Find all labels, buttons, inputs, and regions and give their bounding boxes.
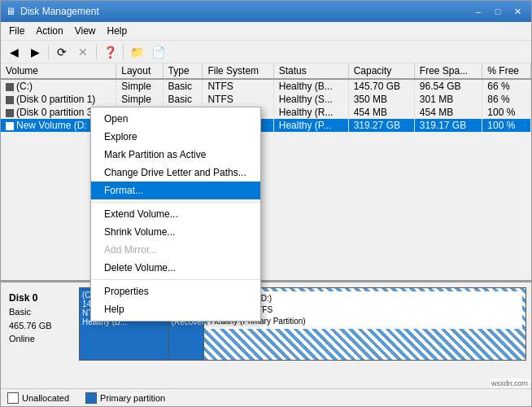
close-button[interactable]: ✕ (508, 4, 526, 19)
volume-icon (6, 96, 14, 104)
volume-table: Volume Layout Type File System Status Ca… (1, 63, 531, 132)
title-bar: 🖥 Disk Management – □ ✕ (1, 1, 531, 22)
table-cell: Simple (116, 79, 163, 93)
table-cell: 454 MB (414, 106, 482, 119)
legend-primary: Primary partition (85, 392, 165, 404)
table-row[interactable]: New Volume (D:SimpleBasicNTFSHealthy (P.… (1, 119, 531, 132)
table-cell: 301 MB (414, 93, 482, 106)
back-button[interactable]: ◀ (4, 43, 24, 61)
disk-size: 465.76 GB (9, 319, 76, 333)
help-toolbar-button[interactable]: ❓ (100, 43, 120, 61)
doc-button[interactable]: 📄 (148, 43, 168, 61)
title-bar-left: 🖥 Disk Management (6, 6, 99, 17)
table-cell: NTFS (203, 93, 273, 106)
forward-button[interactable]: ▶ (25, 43, 45, 61)
legend-unallocated-label: Unallocated (22, 393, 69, 403)
folder-button[interactable]: 📁 (127, 43, 146, 61)
disk-name: Disk 0 (9, 291, 76, 305)
col-volume: Volume (1, 63, 116, 79)
content-area: Volume Layout Type File System Status Ca… (1, 63, 531, 388)
table-cell: Healthy (S... (273, 93, 348, 106)
table-cell: (C:) (1, 79, 116, 93)
table-cell: Basic (163, 93, 203, 106)
table-cell: 86 % (482, 93, 531, 106)
main-window: 🖥 Disk Management – □ ✕ File Action View… (0, 0, 532, 407)
minimize-button[interactable]: – (469, 4, 487, 19)
context-menu-separator (91, 202, 260, 203)
disk-info: Disk 0 Basic 465.76 GB Online (6, 287, 79, 383)
table-row[interactable]: (Disk 0 partition 3)SimpleBasicHealthy (… (1, 106, 531, 119)
table-cell: Healthy (B... (273, 79, 348, 93)
context-menu-item[interactable]: Open (91, 110, 260, 128)
table-cell: 66 % (482, 79, 531, 93)
context-menu-item[interactable]: Explore (91, 128, 260, 146)
volume-icon (6, 122, 14, 130)
title-controls: – □ ✕ (469, 4, 526, 19)
lower-pane: Disk 0 Basic 465.76 GB Online (C:) 145.7… (1, 282, 531, 388)
context-menu-item[interactable]: Change Drive Letter and Paths... (91, 164, 260, 182)
watermark: wsxdn.com (490, 379, 530, 388)
menu-file[interactable]: File (4, 24, 29, 38)
context-menu-item[interactable]: Shrink Volume... (91, 223, 260, 241)
table-cell: Healthy (P... (273, 119, 348, 132)
context-menu-item[interactable]: Properties (91, 282, 260, 300)
maximize-button[interactable]: □ (489, 4, 507, 19)
col-status: Status (273, 63, 348, 79)
disk-type: Basic (9, 305, 76, 319)
col-capacity: Capacity (348, 63, 414, 79)
table-cell: 100 % (482, 106, 531, 119)
table-cell: (Disk 0 partition 1) (1, 93, 116, 106)
app-icon: 🖥 (6, 6, 15, 17)
menu-help[interactable]: Help (102, 24, 133, 38)
context-menu-item[interactable]: Delete Volume... (91, 259, 260, 277)
context-menu: OpenExploreMark Partition as ActiveChang… (90, 107, 261, 322)
table-row[interactable]: (C:)SimpleBasicNTFSHealthy (B...145.70 G… (1, 79, 531, 93)
menu-bar: File Action View Help (1, 22, 531, 41)
context-menu-separator (91, 279, 260, 280)
toolbar-separator-2 (96, 45, 97, 59)
toolbar: ◀ ▶ ⟳ ✕ ❓ 📁 📄 (1, 41, 531, 63)
volume-icon (6, 109, 14, 117)
legend-unallocated-box (7, 392, 19, 404)
table-cell: Healthy (R... (273, 106, 348, 119)
table-cell: 350 MB (348, 93, 414, 106)
legend-primary-box (85, 392, 97, 404)
legend-primary-label: Primary partition (100, 393, 165, 403)
window-title: Disk Management (20, 6, 99, 17)
table-cell: Simple (116, 93, 163, 106)
volume-list-pane: Volume Layout Type File System Status Ca… (1, 63, 531, 282)
table-cell: 454 MB (348, 106, 414, 119)
table-cell: 96.54 GB (414, 79, 482, 93)
col-pct: % Free (482, 63, 531, 79)
menu-action[interactable]: Action (31, 24, 68, 38)
refresh-button[interactable]: ⟳ (52, 43, 72, 61)
toolbar-separator-3 (123, 45, 124, 59)
legend-unallocated: Unallocated (7, 392, 69, 404)
context-menu-item[interactable]: Format... (91, 182, 260, 199)
col-free: Free Spa... (414, 63, 482, 79)
table-cell: Basic (163, 79, 203, 93)
table-cell: 100 % (482, 119, 531, 132)
col-type: Type (163, 63, 203, 79)
table-row[interactable]: (Disk 0 partition 1)SimpleBasicNTFSHealt… (1, 93, 531, 106)
context-menu-item[interactable]: Help (91, 300, 260, 318)
table-cell: 145.70 GB (348, 79, 414, 93)
context-menu-item[interactable]: Mark Partition as Active (91, 146, 260, 164)
toolbar-separator-1 (48, 45, 49, 59)
context-menu-item: Add Mirror... (91, 241, 260, 259)
table-cell: NTFS (203, 79, 273, 93)
menu-view[interactable]: View (70, 24, 101, 38)
cancel-button[interactable]: ✕ (73, 43, 93, 61)
volume-icon (6, 83, 14, 91)
table-cell: 319.27 GB (348, 119, 414, 132)
context-menu-item[interactable]: Extend Volume... (91, 205, 260, 223)
status-bar: Unallocated Primary partition (1, 388, 531, 406)
disk-status: Online (9, 332, 76, 346)
col-layout: Layout (116, 63, 163, 79)
col-filesystem: File System (203, 63, 273, 79)
table-cell: 319.17 GB (414, 119, 482, 132)
